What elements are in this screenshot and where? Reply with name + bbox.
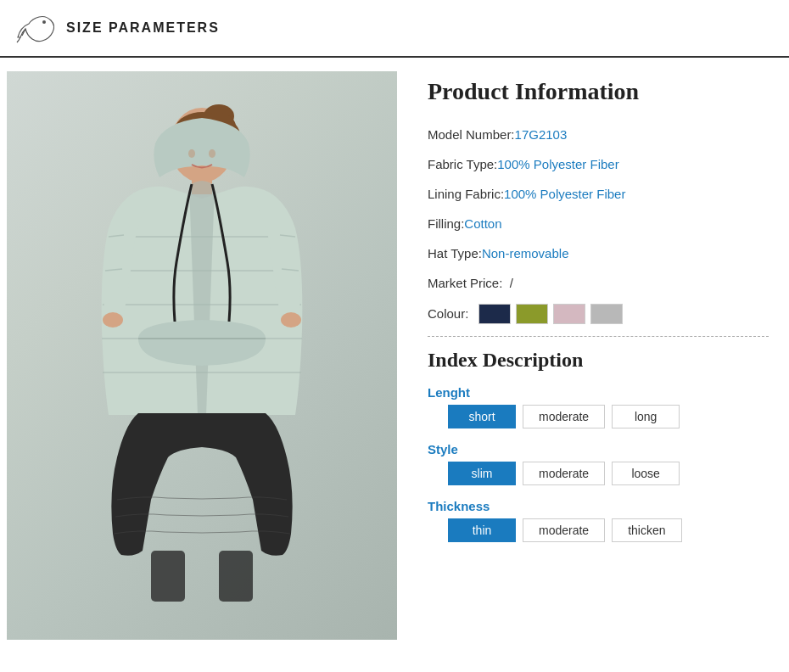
- svg-point-18: [188, 149, 195, 158]
- svg-point-17: [281, 312, 301, 328]
- dashed-divider: [428, 336, 769, 337]
- header-title: SIZE PARAMETERS: [66, 20, 220, 36]
- lenght-label: Lenght: [428, 385, 769, 400]
- lenght-short-button[interactable]: short: [448, 405, 516, 428]
- market-price-label: Market Price:: [428, 276, 502, 290]
- product-image: [7, 71, 397, 640]
- lenght-moderate-button[interactable]: moderate: [523, 405, 605, 428]
- style-buttons: slim moderate loose: [428, 462, 769, 485]
- filling-value: Cotton: [464, 216, 501, 231]
- thickness-thicken-button[interactable]: thicken: [612, 518, 681, 542]
- hat-type-value: Non-removable: [482, 246, 569, 260]
- style-slim-button[interactable]: slim: [448, 462, 516, 485]
- lining-fabric-row: Lining Fabric:100% Polyester Fiber: [428, 185, 769, 203]
- thickness-thin-button[interactable]: thin: [448, 518, 516, 542]
- colour-label: Colour:: [428, 304, 468, 320]
- swatch-grey[interactable]: [590, 304, 623, 324]
- logo-icon: [14, 10, 58, 46]
- svg-point-0: [42, 20, 46, 24]
- colour-swatches: [478, 304, 623, 324]
- product-title: Product Information: [428, 78, 769, 105]
- index-category-style: Style slim moderate loose: [428, 442, 769, 485]
- lining-fabric-label: Lining Fabric:: [428, 187, 504, 201]
- header: SIZE PARAMETERS: [0, 0, 789, 58]
- index-title: Index Description: [428, 349, 769, 372]
- main-content: Product Information Model Number:17G2103…: [0, 58, 789, 653]
- colour-row: Colour:: [428, 304, 769, 324]
- fabric-type-row: Fabric Type:100% Polyester Fiber: [428, 155, 769, 173]
- svg-rect-15: [219, 551, 253, 602]
- market-price-value: /: [510, 276, 513, 290]
- fabric-type-value: 100% Polyester Fiber: [497, 157, 618, 171]
- filling-label: Filling:: [428, 216, 464, 231]
- style-label: Style: [428, 442, 769, 456]
- product-info-panel: Product Information Model Number:17G2103…: [414, 71, 782, 640]
- style-loose-button[interactable]: loose: [612, 462, 680, 485]
- swatch-navy[interactable]: [478, 304, 511, 324]
- filling-row: Filling:Cotton: [428, 215, 769, 232]
- thickness-label: Thickness: [428, 499, 769, 513]
- index-category-lenght: Lenght short moderate long: [428, 385, 769, 428]
- product-image-container: [7, 71, 397, 640]
- hat-type-row: Hat Type:Non-removable: [428, 244, 769, 262]
- style-moderate-button[interactable]: moderate: [523, 462, 605, 485]
- swatch-pink[interactable]: [553, 304, 585, 324]
- fabric-type-label: Fabric Type:: [428, 157, 497, 171]
- lenght-long-button[interactable]: long: [612, 405, 680, 428]
- thickness-buttons: thin moderate thicken: [428, 518, 769, 542]
- lenght-buttons: short moderate long: [428, 405, 769, 428]
- model-number-row: Model Number:17G2103: [428, 126, 769, 143]
- hat-type-label: Hat Type:: [428, 246, 482, 260]
- svg-point-19: [209, 149, 215, 158]
- model-number-label: Model Number:: [428, 127, 515, 142]
- thickness-moderate-button[interactable]: moderate: [523, 518, 605, 542]
- market-price-row: Market Price: /: [428, 274, 769, 292]
- lining-fabric-value: 100% Polyester Fiber: [504, 187, 625, 201]
- index-category-thickness: Thickness thin moderate thicken: [428, 499, 769, 542]
- svg-point-16: [103, 312, 123, 328]
- swatch-olive[interactable]: [516, 304, 548, 324]
- model-number-value: 17G2103: [515, 127, 568, 142]
- svg-rect-14: [151, 551, 185, 602]
